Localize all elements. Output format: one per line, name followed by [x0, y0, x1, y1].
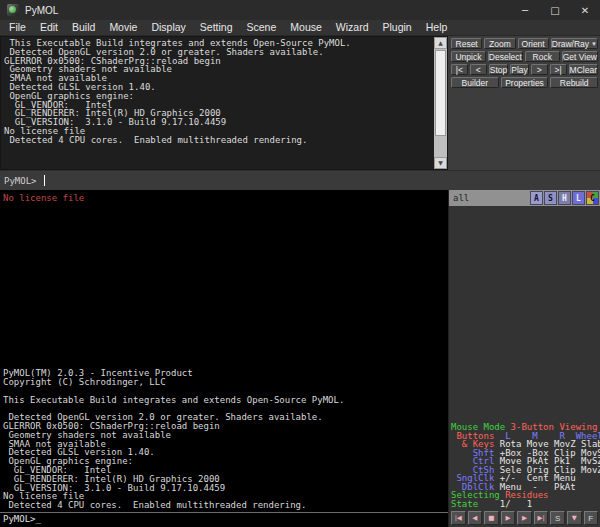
scroll-up-icon[interactable]: ▲: [434, 37, 447, 49]
viewport-line: Detected 4 CPU cores. Enabled multithrea…: [3, 501, 344, 510]
console-log: This Executable Build integrates and ext…: [4, 39, 432, 169]
fullscreen-button[interactable]: F: [584, 511, 599, 525]
close-button[interactable]: ✕: [570, 0, 600, 20]
scrollbar-thumb[interactable]: [435, 50, 446, 136]
rebuild-button[interactable]: Rebuild: [550, 77, 598, 88]
menu-help[interactable]: Help: [419, 20, 455, 35]
scene-button[interactable]: S: [550, 511, 565, 525]
command-input[interactable]: [45, 171, 600, 190]
orient-button[interactable]: Orient: [518, 38, 549, 49]
menu-edit[interactable]: Edit: [33, 20, 65, 35]
builder-button[interactable]: Builder: [451, 77, 499, 88]
menu-build[interactable]: Build: [65, 20, 102, 35]
viewport-line: This Executable Build integrates and ext…: [3, 396, 344, 405]
menu-setting[interactable]: Setting: [193, 20, 240, 35]
object-panel: all A S H L C Mouse Mode 3-Button Viewin…: [448, 190, 600, 527]
mclear-button[interactable]: MClear: [569, 64, 598, 75]
prompt-label: PyMOL>: [4, 176, 37, 186]
window-title: PyMOL: [25, 5, 58, 16]
movie-last-button[interactable]: >|: [550, 64, 567, 75]
reset-button[interactable]: Reset: [451, 38, 482, 49]
draw-ray-button[interactable]: Draw/Ray ▼: [551, 38, 598, 49]
command-row: PyMOL>: [0, 170, 600, 190]
menu-display[interactable]: Display: [144, 20, 192, 35]
loop-toggle-button[interactable]: ▼: [567, 511, 582, 525]
object-list-space: [449, 206, 600, 423]
menu-mouse[interactable]: Mouse: [283, 20, 329, 35]
play-button[interactable]: ▶: [501, 511, 516, 525]
viewport-divider: [0, 512, 448, 513]
mouse-mode-panel[interactable]: Mouse Mode 3-Button Viewing Buttons L M …: [449, 423, 600, 510]
movie-control-bar: |◀ ◀ ■ ▶ ▶ ▶| S ▼ F: [449, 510, 600, 527]
unpick-button[interactable]: Unpick: [451, 51, 486, 62]
movie-play-button[interactable]: Play: [510, 64, 529, 75]
deselect-button[interactable]: Deselect: [488, 51, 523, 62]
maximize-button[interactable]: □: [540, 0, 570, 20]
step-back-button[interactable]: ◀: [468, 511, 483, 525]
console-scrollbar[interactable]: ▲ ▼: [434, 37, 447, 169]
object-row-all[interactable]: all A S H L C: [449, 190, 600, 206]
action-menu-button[interactable]: A: [530, 191, 543, 205]
get-view-button[interactable]: Get View: [562, 51, 598, 62]
properties-button[interactable]: Properties: [501, 77, 549, 88]
movie-next-button[interactable]: >: [531, 64, 548, 75]
pymol-window: PyMOL ─ □ ✕ FileEditBuildMovieDisplaySet…: [0, 0, 600, 527]
main-area: No license file PyMOL(TM) 2.0.3 - Incent…: [0, 190, 600, 527]
show-menu-button[interactable]: S: [544, 191, 557, 205]
menu-plugin[interactable]: Plugin: [376, 20, 419, 35]
stop-button[interactable]: ■: [484, 511, 499, 525]
scroll-down-icon[interactable]: ▼: [434, 157, 447, 169]
menu-scene[interactable]: Scene: [240, 20, 284, 35]
object-name: all: [453, 193, 469, 203]
viewport-line: Copyright (C) Schrodinger, LLC: [3, 378, 344, 387]
title-bar: PyMOL ─ □ ✕: [0, 0, 600, 20]
menu-movie[interactable]: Movie: [102, 20, 144, 35]
hide-menu-button[interactable]: H: [558, 191, 571, 205]
label-menu-button[interactable]: L: [572, 191, 585, 205]
console-line: Detected 4 CPU cores. Enabled multithrea…: [4, 136, 432, 145]
movie-prev-button[interactable]: <: [470, 64, 487, 75]
menu-bar: FileEditBuildMovieDisplaySettingSceneMou…: [0, 20, 600, 36]
pymol-app-icon: [7, 4, 19, 16]
viewport-canvas[interactable]: No license file PyMOL(TM) 2.0.3 - Incent…: [0, 190, 448, 527]
draw-ray-label: Draw/Ray: [552, 39, 589, 49]
upper-gui: This Executable Build integrates and ext…: [0, 36, 600, 170]
chevron-down-icon: ▼: [591, 41, 597, 47]
menu-file[interactable]: File: [2, 20, 33, 35]
color-menu-button[interactable]: C: [586, 191, 599, 205]
skip-end-button[interactable]: ▶|: [534, 511, 549, 525]
rock-button[interactable]: Rock: [525, 51, 560, 62]
movie-stop-button[interactable]: Stop: [489, 64, 509, 75]
console-output: This Executable Build integrates and ext…: [0, 36, 448, 170]
control-panel: Reset Zoom Orient Draw/Ray ▼ Unpick Dese…: [448, 36, 600, 170]
minimize-button[interactable]: ─: [510, 0, 540, 20]
rewind-start-button[interactable]: |◀: [451, 511, 466, 525]
step-forward-button[interactable]: ▶: [517, 511, 532, 525]
viewport-prompt: PyMOL>_: [3, 515, 41, 524]
viewport-log: PyMOL(TM) 2.0.3 - Incentive ProductCopyr…: [3, 369, 344, 510]
menu-wizard[interactable]: Wizard: [329, 20, 376, 35]
movie-first-button[interactable]: |<: [451, 64, 468, 75]
mouse-panel-line: State 1/ 1: [451, 500, 600, 508]
license-warning: No license file: [3, 194, 84, 203]
zoom-button[interactable]: Zoom: [484, 38, 515, 49]
